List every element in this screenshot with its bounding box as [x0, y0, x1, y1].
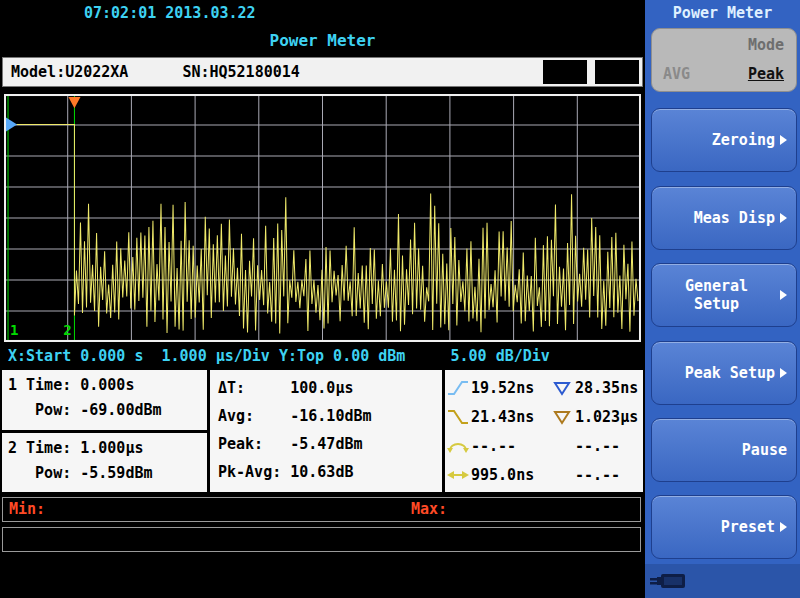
zeroing-button-label: Zeroing: [712, 131, 775, 149]
zeroing-button[interactable]: Zeroing: [651, 108, 797, 172]
fall-time-value: 21.43ns: [471, 408, 549, 426]
trace-plot-svg: 12: [4, 94, 641, 342]
status-boxes: [543, 60, 639, 84]
mode-button[interactable]: Mode AVG Peak: [651, 28, 797, 92]
meas-disp-button-label: Meas Disp: [694, 209, 775, 227]
serial-label: SN:HQ52180014: [182, 63, 299, 81]
status-box-1: [543, 60, 587, 84]
status-box-2: [595, 60, 639, 84]
meas-disp-button[interactable]: Meas Disp: [651, 186, 797, 250]
submenu-arrow-icon: [780, 522, 787, 532]
mode-option-avg: AVG: [663, 65, 690, 83]
timing-row-rise: 19.52ns 28.35ns: [445, 373, 643, 402]
submenu-arrow-icon: [780, 213, 787, 223]
marker-readout-column: 1 Time: 0.000s Pow: -69.00dBm 2 Time: 1.…: [2, 370, 207, 492]
message-bar: [2, 527, 641, 552]
pulse-width-value: 995.0ns: [471, 466, 549, 484]
period-value: --.--: [471, 437, 549, 455]
pulse-marker-value: 1.023µs: [575, 408, 638, 426]
marker1-power: Pow: -69.00dBm: [2, 398, 207, 423]
avg-power-value: Avg: -16.10dBm: [210, 402, 442, 430]
model-info-bar: Model:U2022XA SN:HQ52180014: [2, 57, 643, 87]
pause-button[interactable]: Pause: [651, 418, 797, 482]
trace-graph: 12: [4, 94, 641, 342]
usb-connector-icon: [649, 571, 689, 591]
fall-marker-icon: [549, 379, 575, 397]
model-label: Model:U2022XA: [11, 63, 128, 81]
peak-to-avg-value: Pk-Avg: 10.63dB: [210, 458, 442, 486]
period-icon: [445, 437, 471, 455]
peak-power-value: Peak: -5.47dBm: [210, 430, 442, 458]
marker1-time: 1 Time: 0.000s: [2, 373, 207, 398]
sidebar-title: Power Meter: [645, 4, 800, 22]
timing-row-width: 995.0ns --.--: [445, 460, 643, 489]
softkey-sidebar: Power Meter Mode AVG Peak Zeroing Meas D…: [645, 0, 800, 598]
fall-time-icon: [445, 407, 471, 427]
marker1-number: 1: [10, 322, 18, 338]
marker1-readout: 1 Time: 0.000s Pow: -69.00dBm: [2, 370, 207, 430]
sidebar-footer: [645, 564, 800, 598]
peak-setup-button-label: Peak Setup: [685, 364, 775, 382]
fall-marker-value: 28.35ns: [575, 379, 638, 397]
minmax-bar: Min: Max:: [2, 497, 641, 522]
pulse-width-value-2: --.--: [575, 466, 620, 484]
max-label: Max:: [411, 500, 447, 518]
timing-row-period: --.-- --.--: [445, 431, 643, 460]
mode-button-label: Mode: [748, 36, 784, 54]
power-meter-screen: 07:02:01 2013.03.22 Power Meter Model:U2…: [0, 0, 800, 598]
stats-readout: ΔT: 100.0µs Avg: -16.10dBm Peak: -5.47dB…: [210, 370, 442, 492]
preset-button-label: Preset: [721, 518, 775, 536]
submenu-arrow-icon: [780, 135, 787, 145]
general-setup-button[interactable]: General Setup: [651, 263, 797, 327]
peak-setup-button[interactable]: Peak Setup: [651, 341, 797, 405]
pause-button-label: Pause: [742, 441, 787, 459]
marker2-number: 2: [63, 322, 71, 338]
mode-option-peak: Peak: [748, 65, 784, 83]
marker2-power: Pow: -5.59dBm: [2, 461, 207, 486]
pulse-width-icon: [445, 468, 471, 482]
period-value-2: --.--: [575, 437, 620, 455]
rise-time-icon: [445, 378, 471, 398]
marker2-readout: 2 Time: 1.000µs Pow: -5.59dBm: [2, 433, 207, 493]
general-setup-button-label: General Setup: [658, 277, 775, 313]
page-title: Power Meter: [0, 31, 645, 50]
delta-time-value: ΔT: 100.0µs: [210, 374, 442, 402]
min-label: Min:: [9, 500, 45, 518]
submenu-arrow-icon: [780, 290, 787, 300]
timing-readout: 19.52ns 28.35ns 21.43ns 1.023µs: [445, 370, 643, 492]
marker2-time: 2 Time: 1.000µs: [2, 436, 207, 461]
submenu-arrow-icon: [780, 368, 787, 378]
axis-scale-label: X:Start 0.000 s 1.000 µs/Div Y:Top 0.00 …: [8, 347, 550, 365]
measurement-panel: 1 Time: 0.000s Pow: -69.00dBm 2 Time: 1.…: [2, 370, 643, 492]
preset-button[interactable]: Preset: [651, 495, 797, 559]
clock-text: 07:02:01 2013.03.22: [84, 4, 256, 22]
timing-row-fall: 21.43ns 1.023µs: [445, 402, 643, 431]
pulse-marker-icon: [549, 408, 575, 426]
rise-time-value: 19.52ns: [471, 379, 549, 397]
